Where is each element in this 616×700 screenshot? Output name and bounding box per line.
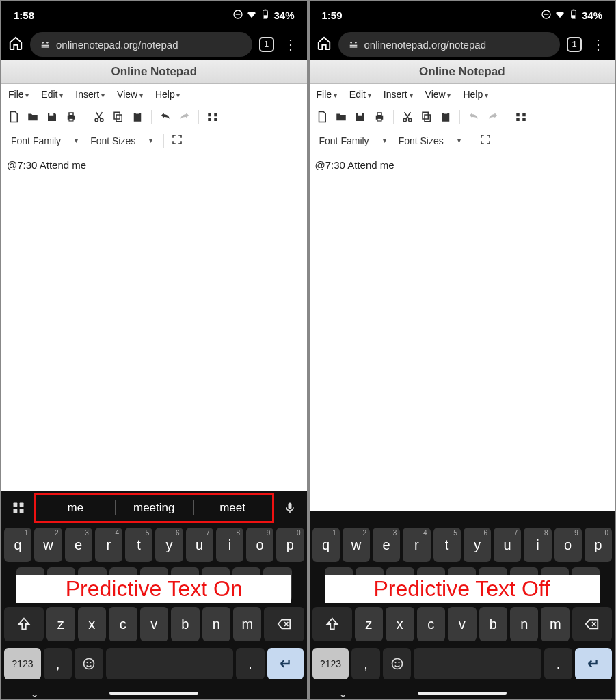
font-sizes-dropdown[interactable]: Font Sizes: [86, 134, 157, 148]
key-n[interactable]: n: [202, 607, 230, 641]
shift-key[interactable]: [4, 607, 44, 641]
backspace-key[interactable]: [264, 607, 304, 641]
key-z[interactable]: z: [355, 607, 383, 641]
key-q[interactable]: q1: [4, 528, 31, 562]
copy-icon[interactable]: [418, 109, 435, 125]
menu-edit[interactable]: Edit: [41, 89, 63, 100]
chevron-down-icon[interactable]: ⌄: [338, 687, 347, 699]
cut-icon[interactable]: [399, 109, 416, 125]
enter-key[interactable]: [575, 648, 612, 679]
key-e[interactable]: e3: [65, 528, 92, 562]
menu-view[interactable]: View: [425, 89, 451, 100]
shift-key[interactable]: [312, 607, 352, 641]
paste-icon[interactable]: [129, 109, 146, 125]
menu-kebab-icon[interactable]: ⋮: [281, 38, 300, 51]
cut-icon[interactable]: [91, 109, 107, 125]
menu-view[interactable]: View: [117, 89, 143, 100]
editor-area[interactable]: @7:30 Attend me: [1, 152, 307, 491]
key-r[interactable]: r4: [95, 528, 122, 562]
new-file-icon[interactable]: [5, 109, 22, 125]
menu-help[interactable]: Help: [463, 89, 488, 100]
tab-count[interactable]: 1: [259, 37, 274, 52]
font-sizes-dropdown[interactable]: Font Sizes: [394, 134, 465, 148]
undo-icon[interactable]: [157, 109, 174, 125]
save-icon[interactable]: [352, 109, 369, 125]
key-m[interactable]: m: [541, 607, 569, 641]
menu-file[interactable]: File: [317, 89, 337, 100]
key-w[interactable]: w2: [34, 528, 62, 562]
emoji-key[interactable]: [75, 648, 103, 679]
key-i[interactable]: i8: [524, 528, 551, 562]
suggestion-3[interactable]: meet: [193, 495, 272, 521]
key-z[interactable]: z: [46, 607, 75, 641]
symbols-key[interactable]: ?123: [312, 648, 349, 679]
find-replace-icon[interactable]: [513, 109, 529, 125]
url-bar[interactable]: onlinenotepad.org/notepad: [30, 32, 252, 57]
grid-icon[interactable]: [4, 494, 33, 522]
key-x[interactable]: x: [78, 607, 106, 641]
key-p[interactable]: p0: [585, 528, 612, 562]
key-n[interactable]: n: [510, 607, 538, 641]
emoji-key[interactable]: [383, 648, 411, 679]
key-m[interactable]: m: [233, 607, 261, 641]
space-key[interactable]: [106, 648, 233, 679]
save-icon[interactable]: [44, 109, 60, 125]
key-y[interactable]: y6: [464, 528, 491, 562]
key-u[interactable]: u7: [186, 528, 213, 562]
key-c[interactable]: c: [417, 607, 445, 641]
suggestion-2[interactable]: meeting: [115, 495, 193, 521]
menu-file[interactable]: File: [8, 89, 29, 100]
menu-kebab-icon[interactable]: ⋮: [589, 38, 608, 51]
key-i[interactable]: i8: [216, 528, 243, 562]
key-o[interactable]: o9: [554, 528, 582, 562]
key-v[interactable]: v: [448, 607, 476, 641]
find-replace-icon[interactable]: [204, 109, 221, 125]
comma-key[interactable]: ,: [44, 648, 72, 679]
menu-edit[interactable]: Edit: [349, 89, 371, 100]
mic-icon[interactable]: [276, 494, 304, 522]
font-family-dropdown[interactable]: Font Family: [315, 134, 390, 148]
key-v[interactable]: v: [140, 607, 168, 641]
menu-insert[interactable]: Insert: [384, 89, 413, 100]
editor-area[interactable]: @7:30 Attend me: [310, 152, 615, 511]
symbols-key[interactable]: ?123: [4, 648, 41, 679]
key-x[interactable]: x: [386, 607, 414, 641]
redo-icon[interactable]: [485, 109, 501, 125]
paste-icon[interactable]: [438, 109, 454, 125]
fullscreen-icon[interactable]: [171, 133, 183, 148]
open-file-icon[interactable]: [333, 109, 349, 125]
chevron-down-icon[interactable]: ⌄: [30, 687, 39, 699]
fullscreen-icon[interactable]: [479, 133, 492, 148]
copy-icon[interactable]: [110, 109, 126, 125]
backspace-key[interactable]: [572, 607, 612, 641]
url-bar[interactable]: onlinenotepad.org/notepad: [338, 32, 561, 57]
print-icon[interactable]: [63, 109, 79, 125]
tab-count[interactable]: 1: [567, 37, 582, 52]
redo-icon[interactable]: [176, 109, 193, 125]
key-c[interactable]: c: [109, 607, 137, 641]
print-icon[interactable]: [371, 109, 388, 125]
home-icon[interactable]: [317, 36, 332, 53]
key-o[interactable]: o9: [246, 528, 273, 562]
comma-key[interactable]: ,: [351, 648, 379, 679]
new-file-icon[interactable]: [314, 109, 330, 125]
key-p[interactable]: p0: [276, 528, 304, 562]
period-key[interactable]: .: [236, 648, 264, 679]
open-file-icon[interactable]: [25, 109, 41, 125]
menu-insert[interactable]: Insert: [75, 89, 105, 100]
key-t[interactable]: t5: [433, 528, 461, 562]
key-y[interactable]: y6: [155, 528, 183, 562]
nav-pill[interactable]: [418, 692, 507, 695]
key-t[interactable]: t5: [125, 528, 152, 562]
period-key[interactable]: .: [544, 648, 572, 679]
enter-key[interactable]: [267, 648, 304, 679]
suggestion-1[interactable]: me: [36, 495, 115, 521]
nav-pill[interactable]: [109, 692, 198, 695]
font-family-dropdown[interactable]: Font Family: [7, 134, 82, 148]
key-u[interactable]: u7: [494, 528, 521, 562]
key-b[interactable]: b: [479, 607, 507, 641]
undo-icon[interactable]: [466, 109, 482, 125]
key-r[interactable]: r4: [403, 528, 430, 562]
key-b[interactable]: b: [171, 607, 199, 641]
key-e[interactable]: e3: [373, 528, 400, 562]
